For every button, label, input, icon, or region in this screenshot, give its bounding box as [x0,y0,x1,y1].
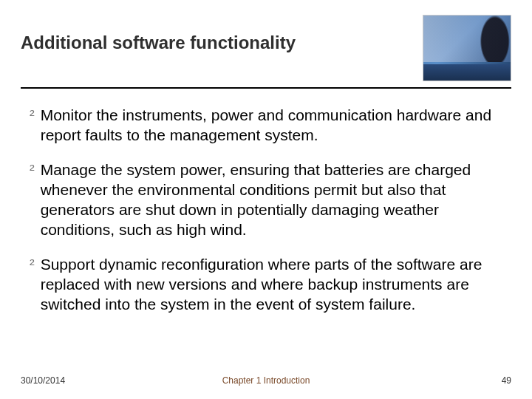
footer-chapter: Chapter 1 Introduction [222,375,310,386]
bullet-item: ² Support dynamic reconfiguration where … [30,254,502,314]
header: Additional software functionality Softwa… [0,0,532,81]
footer: 30/10/2014 Chapter 1 Introduction 49 [0,375,532,386]
slide: Additional software functionality Softwa… [0,0,532,399]
bullet-marker: ² [30,106,35,125]
bullet-text: Manage the system power, ensuring that b… [41,160,502,239]
bullet-marker: ² [30,160,35,180]
corner-image: Software Engineering [423,15,511,81]
bullet-text: Support dynamic reconfiguration where pa… [41,254,502,314]
content-area: ² Monitor the instruments, power and com… [0,89,532,314]
bullet-text: Monitor the instruments, power and commu… [41,105,502,145]
footer-page-number: 49 [502,375,511,386]
corner-caption: Software Engineering [426,74,476,79]
bullet-item: ² Monitor the instruments, power and com… [30,105,502,145]
slide-title: Additional software functionality [21,15,296,53]
bullet-item: ² Manage the system power, ensuring that… [30,160,502,239]
footer-date: 30/10/2014 [21,375,65,386]
bullet-marker: ² [30,255,35,274]
